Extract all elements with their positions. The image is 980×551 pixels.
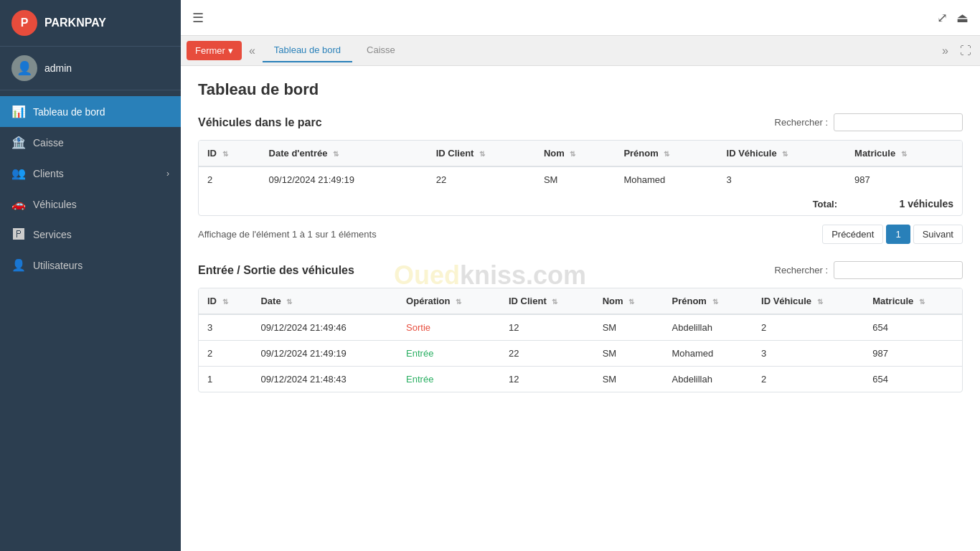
table-row: 3 09/12/2024 21:49:46 Sortie 12 SM Abdel… [199,314,962,341]
avatar: 👤 [11,55,37,81]
app-name: PARKNPAY [44,17,106,29]
col2-date: Date ⇅ [252,288,397,314]
section2-search-input[interactable] [834,261,963,279]
sidebar-item-caisse[interactable]: 🏦 Caisse [0,127,181,158]
section1-search-group: Rechercher : [775,113,963,131]
col2-nom: Nom ⇅ [594,288,664,314]
col-id: ID ⇅ [199,141,260,166]
cell-id-vehicule: 3 [753,341,864,367]
tabbar: Fermer ▾ « Tableau de bord Caisse » ⛶ [181,36,980,66]
cell-prenom: Abdelillah [664,367,753,392]
section1-search-label: Rechercher : [775,117,828,128]
section1-total-label: Total: [813,199,837,209]
cell-prenom: Abdelillah [664,314,753,341]
compress-icon[interactable]: ⤢ [937,10,948,26]
sidebar-item-label: Véhicules [33,199,77,210]
cell-matricule: 987 [864,341,962,367]
cell-id-client: 12 [500,367,594,392]
sidebar-item-clients[interactable]: 👥 Clients › [0,158,181,189]
section2-search-group: Rechercher : [775,261,963,279]
cell-date: 09/12/2024 21:49:46 [252,314,397,341]
section2-search-label: Rechercher : [775,265,828,276]
clients-icon: 👥 [11,166,26,180]
cell-nom: SM [535,166,615,192]
logo-icon: P [11,10,37,36]
col2-matricule: Matricule ⇅ [864,288,962,314]
table-row: 1 09/12/2024 21:48:43 Entrée 12 SM Abdel… [199,367,962,392]
cell-id-vehicule: 2 [753,367,864,392]
section1-pagination-info: Affichage de l'élément 1 à 1 sur 1 éléme… [198,229,377,240]
cell-prenom: Mohamed [615,166,717,192]
cell-matricule: 987 [846,166,962,192]
col-matricule: Matricule ⇅ [846,141,962,166]
utilisateurs-icon: 👤 [11,258,26,272]
col2-id: ID ⇅ [199,288,252,314]
sidebar-item-vehicules[interactable]: 🚗 Véhicules [0,189,181,220]
hamburger-icon[interactable]: ☰ [192,10,204,26]
section1-table: ID ⇅ Date d'entrée ⇅ ID Client ⇅ Nom ⇅ P… [199,141,962,215]
chevron-right-icon: › [166,169,169,179]
sidebar-item-utilisateurs[interactable]: 👤 Utilisateurs [0,250,181,281]
cell-operation: Entrée [397,367,500,392]
logout-icon[interactable]: ⏏ [956,10,969,26]
cell-nom: SM [594,341,664,367]
cell-id: 3 [199,314,252,341]
fermer-button[interactable]: Fermer ▾ [187,41,242,60]
cell-id: 1 [199,367,252,392]
col-id-client: ID Client ⇅ [428,141,535,166]
section1-page-1-button[interactable]: 1 [886,225,910,244]
sidebar-item-label: Tableau de bord [33,106,105,118]
section1-prev-button[interactable]: Précédent [822,225,883,244]
section2-header: Entrée / Sortie des véhicules Rechercher… [198,261,963,279]
section1-next-button[interactable]: Suivant [913,225,963,244]
table-row: 2 09/12/2024 21:49:19 Entrée 22 SM Moham… [199,341,962,367]
sidebar-nav: 📊 Tableau de bord 🏦 Caisse 👥 Clients › 🚗… [0,90,181,551]
sidebar-item-label: Utilisateurs [33,260,83,271]
tab-next-button[interactable]: » [939,42,951,60]
section1-search-input[interactable] [834,113,963,131]
dropdown-arrow-icon: ▾ [228,45,233,56]
cell-date: 09/12/2024 21:48:43 [252,367,397,392]
sidebar-item-label: Services [33,229,72,240]
sidebar: P PARKNPAY 👤 admin 📊 Tableau de bord 🏦 C… [0,0,181,551]
sidebar-item-label: Caisse [33,137,64,149]
section1-table-header: ID ⇅ Date d'entrée ⇅ ID Client ⇅ Nom ⇅ P… [199,141,962,166]
cell-date: 09/12/2024 21:49:19 [260,166,428,192]
fullscreen-button[interactable]: ⛶ [957,42,974,60]
section2-table-wrap: ID ⇅ Date ⇅ Opération ⇅ ID Client ⇅ Nom … [198,288,963,392]
tab-caisse[interactable]: Caisse [355,39,407,62]
col-nom: Nom ⇅ [535,141,615,166]
cell-nom: SM [594,367,664,392]
cell-id-client: 22 [428,166,535,192]
section2-title: Entrée / Sortie des véhicules [198,264,354,277]
sidebar-item-label: Clients [33,168,64,179]
section1-total-value: 1 véhicules [900,198,954,209]
sidebar-item-services[interactable]: 🅿 Services [0,220,181,250]
section2-table-header: ID ⇅ Date ⇅ Opération ⇅ ID Client ⇅ Nom … [199,288,962,314]
topbar: ☰ ⤢ ⏏ [181,0,980,36]
main-content: ☰ ⤢ ⏏ Fermer ▾ « Tableau de bord Caisse … [181,0,980,551]
table-row: 2 09/12/2024 21:49:19 22 SM Mohamed 3 98… [199,166,962,192]
tab-prev-button[interactable]: « [245,42,260,60]
col2-operation: Opération ⇅ [397,288,500,314]
cell-id: 2 [199,166,260,192]
col-date-entree: Date d'entrée ⇅ [260,141,428,166]
section1-header: Véhicules dans le parc Rechercher : [198,113,963,131]
topbar-right: ⤢ ⏏ [937,10,969,26]
sidebar-logo: P PARKNPAY [0,0,181,46]
chart-icon: 📊 [11,105,26,118]
services-icon: 🅿 [11,228,26,241]
content-area: Tableau de bord Véhicules dans le parc R… [181,66,980,551]
caisse-icon: 🏦 [11,136,26,149]
tab-tableau-de-bord[interactable]: Tableau de bord [263,39,352,62]
cell-id-client: 22 [500,341,594,367]
cell-matricule: 654 [864,314,962,341]
cell-id: 2 [199,341,252,367]
cell-nom: SM [594,314,664,341]
sidebar-item-tableau-de-bord[interactable]: 📊 Tableau de bord [0,96,181,127]
cell-prenom: Mohamed [664,341,753,367]
cell-operation: Sortie [397,314,500,341]
cell-operation: Entrée [397,341,500,367]
tabbar-right: » ⛶ [939,42,974,60]
col2-id-client: ID Client ⇅ [500,288,594,314]
